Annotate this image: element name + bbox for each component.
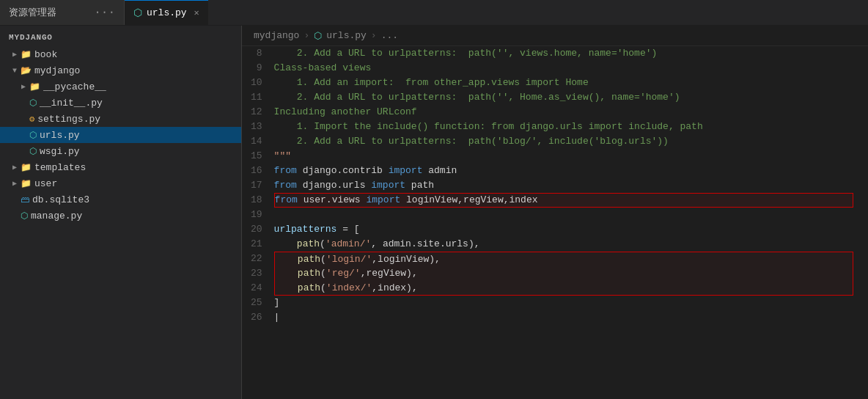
id-loginview-22: loginView [378, 252, 429, 267]
sidebar-item-mydjango[interactable]: ▼ 📂 mydjango [0, 62, 241, 78]
punc-eq: = [ [336, 222, 359, 237]
breadcrumb-sep2: › [371, 30, 377, 41]
punc-22a: ( [320, 252, 326, 267]
py-file-icon-manage: ⬡ [21, 211, 28, 222]
sidebar-item-managepy[interactable]: ⬡ manage.py [0, 208, 241, 224]
gear-file-icon: ⚙ [29, 114, 34, 125]
folder-icon-templates: 📁 [21, 162, 32, 173]
id-admin-site: admin.site [383, 237, 440, 252]
folder-icon: 📁 [21, 49, 32, 60]
kw-import-17: import [371, 178, 411, 193]
punc-21c: . [440, 237, 446, 252]
editor-panel: mydjango › ⬡ urls.py › ... 8 9 10 11 12 … [242, 26, 868, 399]
line-11-text: 2. Add a URL to urlpatterns: path('', Ho… [274, 90, 680, 105]
code-line-13: 1. Import the include() function: from d… [274, 120, 853, 134]
line-26-cursor: | [274, 310, 280, 325]
sidebar-item-book[interactable]: ▶ 📁 book [0, 46, 241, 62]
fn-path-23: path [298, 266, 320, 281]
mod-django-urls: django.urls [303, 178, 372, 193]
active-tab-label: urls.py [147, 7, 187, 18]
arrow-icon-templates: ▶ [9, 163, 21, 172]
kw-import-18: import [366, 193, 406, 208]
line-21-indent [274, 237, 297, 252]
py-file-icon-wsgi: ⬡ [29, 146, 37, 157]
sidebar-item-settings[interactable]: ⚙ settings.py [0, 111, 241, 127]
code-line-22: path('login/',loginView), [274, 252, 853, 266]
line-9-text: Class-based views [274, 61, 372, 76]
breadcrumb-dots: ... [381, 30, 398, 41]
punc-23a: ( [320, 266, 326, 281]
code-line-12: Including another URLconf [274, 105, 853, 120]
py-file-icon-urls: ⬡ [29, 130, 37, 141]
tab-bar: 资源管理器 ··· ⬡ urls.py ✕ [0, 0, 868, 26]
punc-24a: ( [320, 281, 326, 296]
code-line-20: urlpatterns = [ [274, 222, 853, 237]
id-index-24: index [378, 281, 406, 296]
sidebar-item-dbsqlite[interactable]: 🗃 db.sqlite3 [0, 191, 241, 208]
tree-label-urls: urls.py [40, 130, 80, 141]
tree-label-managepy: manage.py [31, 211, 82, 222]
tab-close-button[interactable]: ✕ [194, 7, 199, 18]
sidebar-item-user[interactable]: ▶ 📁 user [0, 175, 241, 191]
str-index: 'index/' [326, 281, 372, 296]
breadcrumb-sep1: › [304, 30, 309, 41]
arrow-icon-pycache: ▶ [18, 82, 29, 91]
sidebar-item-wsgi[interactable]: ⬡ wsgi.py [0, 143, 241, 159]
punc-23c: ), [406, 266, 418, 281]
code-line-10: 1. Add an import: from other_app.views i… [274, 76, 853, 90]
breadcrumb-root: mydjango [254, 30, 299, 41]
id-loginview: loginView,regView,index [406, 193, 537, 208]
arrow-icon-mydjango: ▼ [9, 67, 21, 75]
punc-22c: ), [429, 252, 441, 267]
id-admin: admin [428, 164, 457, 178]
tree-label-book: book [34, 49, 57, 60]
punc-24c: ), [406, 281, 418, 296]
explorer-title-label: 资源管理器 [9, 6, 56, 19]
main-layout: MYDJANGO ▶ 📁 book ▼ 📂 mydjango ▶ 📁 __pyc… [0, 26, 868, 399]
tree-label-templates: templates [34, 162, 86, 173]
sidebar: MYDJANGO ▶ 📁 book ▼ 📂 mydjango ▶ 📁 __pyc… [0, 26, 242, 399]
code-line-23: path('reg/',regView), [274, 266, 853, 281]
str-login: 'login/' [326, 252, 372, 267]
line-23-indent [275, 266, 298, 281]
code-line-18: from user.views import loginView,regView… [274, 193, 853, 208]
line-22-indent [275, 252, 298, 267]
code-line-14: 2. Add a URL to urlpatterns: path('blog/… [274, 134, 853, 149]
sidebar-item-urls[interactable]: ⬡ urls.py [0, 127, 241, 143]
punc-close-bracket: ] [274, 296, 280, 310]
code-line-8: 2. Add a URL to urlpatterns: path('', vi… [274, 46, 853, 61]
sidebar-item-init[interactable]: ⬡ __init__.py [0, 95, 241, 111]
sidebar-item-pycache[interactable]: ▶ 📁 __pycache__ [0, 78, 241, 95]
punc-21d: ), [468, 237, 480, 252]
folder-icon-pycache: 📁 [29, 81, 40, 92]
code-line-15: """ [274, 149, 853, 164]
tab-file-icon: ⬡ [133, 7, 142, 19]
fn-path-24: path [298, 281, 320, 296]
tree-label-wsgi: wsgi.py [40, 146, 80, 157]
line-24-indent [275, 281, 298, 296]
line-numbers: 8 9 10 11 12 13 14 15 16 17 18 19 20 21 … [242, 46, 274, 399]
str-reg: 'reg/' [326, 266, 361, 281]
explorer-title-bar: 资源管理器 ··· [0, 0, 125, 25]
code-line-16: from django.contrib import admin [274, 164, 853, 178]
sidebar-item-templates[interactable]: ▶ 📁 templates [0, 159, 241, 175]
code-lines: 2. Add a URL to urlpatterns: path('', vi… [274, 46, 868, 399]
arrow-icon-user: ▶ [9, 179, 21, 188]
line-19-empty [274, 208, 280, 222]
tree-label-dbsqlite: db.sqlite3 [32, 194, 89, 205]
punc-22b: , [372, 252, 378, 267]
line-15-text: """ [274, 149, 291, 164]
id-urlpatterns: urlpatterns [274, 222, 337, 237]
code-area[interactable]: 8 9 10 11 12 13 14 15 16 17 18 19 20 21 … [242, 46, 868, 399]
id-regview-23: regView [366, 266, 406, 281]
code-line-24: path('index/',index), [274, 281, 853, 296]
explorer-menu-dots[interactable]: ··· [94, 6, 115, 19]
code-line-26: | [274, 310, 853, 325]
line-12-text: Including another URLconf [274, 105, 417, 120]
id-urls-21: urls [446, 237, 468, 252]
code-line-19 [274, 208, 853, 222]
punc-23b: , [361, 266, 367, 281]
active-tab[interactable]: ⬡ urls.py ✕ [125, 0, 208, 25]
folder-icon-user: 📁 [21, 178, 32, 189]
tree-label-pycache: __pycache__ [43, 81, 106, 92]
